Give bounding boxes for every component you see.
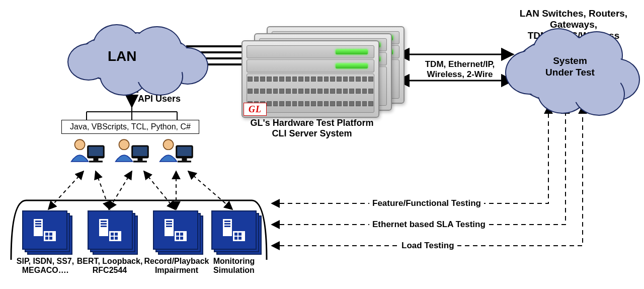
svg-rect-60 (224, 221, 230, 222)
sut-label: System Under Test (537, 55, 603, 79)
svg-rect-55 (176, 233, 179, 236)
svg-rect-47 (115, 233, 118, 236)
connection-label: TDM, Ethernet/IP, Wireless, 2-Wire (415, 59, 505, 80)
workstation-icon (154, 135, 196, 171)
svg-rect-39 (45, 237, 48, 240)
storage-tile (153, 210, 198, 250)
svg-rect-67 (238, 237, 242, 240)
tile-label: BERT, Loopback, RFC2544 (74, 257, 145, 275)
tile-label: Monitoring Simulation (206, 257, 262, 275)
workstation-icon (110, 135, 152, 171)
storage-icon (221, 217, 247, 243)
svg-rect-26 (133, 161, 147, 162)
test-label: Load Testing (398, 241, 457, 251)
tile-label: SIP, ISDN, SS7, MEGACO…. (10, 257, 80, 275)
workstation-icon (65, 135, 108, 171)
test-label: Feature/Functional Testing (369, 198, 484, 208)
api-languages-box: Java, VBScripts, TCL, Python, C# (61, 120, 199, 134)
svg-rect-51 (166, 221, 172, 222)
svg-rect-61 (224, 223, 230, 225)
server-stack: GL (242, 26, 403, 115)
svg-rect-33 (35, 221, 41, 222)
tile-label: Record/Playback Impairment (139, 257, 214, 275)
diagram-canvas: LAN LAN Switches, Routers, Gateways, TDM… (0, 0, 644, 289)
svg-rect-24 (133, 147, 147, 156)
api-tbar (87, 107, 177, 121)
svg-rect-62 (224, 226, 230, 227)
svg-rect-65 (238, 233, 242, 236)
svg-rect-25 (137, 158, 142, 161)
server-caption-line2: CLI Server System (231, 128, 392, 139)
storage-tile (22, 210, 67, 250)
storage-tile (211, 210, 257, 250)
svg-rect-48 (111, 237, 114, 240)
server-rack-front: GL (242, 40, 379, 118)
svg-rect-31 (178, 161, 191, 162)
svg-rect-56 (180, 233, 183, 236)
test-label: Ethernet based SLA Testing (369, 220, 489, 230)
api-users-title: API Users (138, 94, 181, 104)
svg-rect-37 (45, 233, 48, 236)
svg-rect-53 (166, 226, 172, 227)
svg-rect-64 (234, 233, 237, 236)
storage-icon (97, 217, 123, 243)
svg-point-22 (119, 139, 129, 150)
storage-icon (163, 217, 189, 243)
svg-rect-46 (111, 233, 114, 236)
storage-tile (88, 210, 133, 250)
svg-rect-58 (180, 237, 183, 240)
svg-rect-21 (89, 161, 103, 162)
svg-rect-49 (115, 237, 118, 240)
svg-rect-19 (89, 147, 103, 156)
svg-point-27 (163, 139, 173, 150)
svg-rect-57 (176, 237, 179, 240)
svg-point-17 (74, 139, 85, 150)
server-caption-line1: GL's Hardware Test Platform (231, 118, 392, 128)
lan-label: LAN (108, 48, 137, 64)
svg-rect-29 (177, 147, 192, 156)
svg-rect-43 (101, 223, 107, 225)
svg-rect-52 (166, 223, 172, 225)
svg-rect-66 (234, 237, 237, 240)
svg-rect-30 (182, 158, 187, 161)
svg-rect-44 (101, 226, 107, 227)
server-caption: GL's Hardware Test Platform CLI Server S… (231, 118, 392, 138)
svg-rect-35 (35, 226, 41, 227)
svg-rect-38 (49, 233, 52, 236)
svg-rect-42 (101, 221, 107, 222)
gl-logo: GL (244, 103, 267, 116)
svg-rect-40 (49, 237, 52, 240)
svg-rect-34 (35, 223, 41, 225)
svg-rect-20 (93, 158, 98, 161)
storage-icon (32, 217, 58, 243)
